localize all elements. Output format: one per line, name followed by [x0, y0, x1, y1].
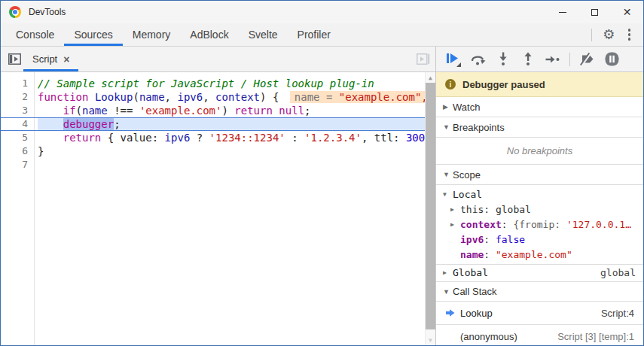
expander-icon[interactable]: ▶	[443, 266, 453, 281]
scope-variable-ipv6[interactable]: ipv6: false	[436, 232, 643, 247]
call-stack-frame[interactable]: (anonymous)Script [3] [temp]:1	[436, 325, 643, 346]
code-token: // Sample script for JavaScript / Host l…	[38, 77, 374, 90]
deactivate-breakpoints-button[interactable]	[579, 51, 595, 68]
line-number[interactable]: 1	[1, 77, 34, 90]
show-navigator-button[interactable]	[5, 53, 23, 65]
step-out-button[interactable]	[520, 51, 536, 68]
file-tab-close-icon[interactable]: ×	[63, 53, 69, 65]
more-options-icon[interactable]	[621, 29, 638, 41]
step-over-icon	[471, 53, 486, 66]
code-token: ;	[304, 105, 310, 117]
scope-variable-this[interactable]: ▶this: global	[436, 202, 643, 217]
line-number[interactable]: 2	[1, 90, 34, 104]
tab-console[interactable]: Console	[6, 23, 64, 46]
maximize-icon	[591, 9, 598, 16]
variable-name: this	[460, 202, 484, 217]
window-title: DevTools	[29, 7, 66, 17]
chrome-logo-icon	[9, 6, 21, 18]
code-token	[38, 105, 63, 117]
scope-title: Local	[453, 187, 482, 202]
breakpoints-expander-icon[interactable]: ▼	[443, 123, 453, 131]
expander-icon[interactable]: ▼	[443, 187, 453, 202]
code-line[interactable]: debugger;	[38, 117, 435, 131]
breakpoints-section-header[interactable]: ▼ Breakpoints	[436, 117, 643, 138]
code-token: function	[38, 91, 88, 103]
window-controls: ✕	[546, 1, 643, 23]
minimize-button[interactable]	[546, 1, 578, 23]
scroll-down-icon[interactable]: ▼	[426, 335, 435, 345]
watch-expander-icon[interactable]: ▶	[443, 103, 453, 111]
pause-on-exceptions-button[interactable]	[604, 51, 620, 68]
code-token: name	[139, 91, 165, 103]
scrollbar-thumb[interactable]	[426, 83, 436, 329]
scroll-up-icon[interactable]: ▲	[426, 72, 435, 83]
code-token: ipv6	[177, 91, 203, 103]
code-token: :	[285, 132, 304, 144]
show-drawer-button-disabled[interactable]	[417, 53, 430, 65]
tab-sources[interactable]: Sources	[64, 23, 122, 46]
tab-memory[interactable]: Memory	[123, 23, 181, 46]
line-number[interactable]: 6	[1, 144, 34, 158]
code-token: 'example.com'	[139, 105, 222, 117]
scope-section-header[interactable]: ▼ Scope	[436, 165, 643, 185]
expander-icon[interactable]: ▶	[450, 217, 460, 232]
expander-icon[interactable]: ▶	[450, 202, 460, 217]
editor-tab-strip: Script ×	[1, 47, 435, 72]
tab-svelte[interactable]: Svelte	[239, 23, 288, 46]
code-line[interactable]	[38, 158, 435, 171]
inline-value-preview: name =	[290, 91, 339, 103]
drawer-panel-icon	[417, 53, 430, 65]
file-tab-script[interactable]: Script ×	[23, 47, 78, 71]
code-line[interactable]: function Lookup(name, ipv6, context) { n…	[38, 90, 435, 104]
code-line[interactable]: }	[38, 144, 435, 158]
maximize-button[interactable]	[578, 1, 611, 23]
call-stack-frame[interactable]: LookupScript:4	[436, 302, 643, 325]
tabbar-separator	[591, 29, 592, 41]
scope-section-local[interactable]: ▼Local	[436, 187, 643, 202]
code-token: debugger	[63, 118, 114, 130]
toolbar-separator	[569, 53, 570, 66]
scope-section-global[interactable]: ▶Globalglobal	[436, 264, 643, 281]
resume-icon	[445, 51, 461, 68]
variable-name: name	[460, 247, 484, 263]
line-number[interactable]: 7	[1, 158, 34, 171]
line-number[interactable]: 3	[1, 104, 34, 117]
line-number-gutter[interactable]: 1234567	[1, 72, 35, 345]
code-token	[38, 132, 63, 144]
debugger-paused-banner: i Debugger paused	[436, 72, 643, 97]
devtools-window: DevTools ✕ ConsoleSourcesMemoryAdBlockSv…	[0, 0, 644, 346]
tab-adblock[interactable]: AdBlock	[180, 23, 238, 46]
titlebar: DevTools ✕	[1, 1, 643, 23]
step-over-button[interactable]	[470, 51, 486, 68]
code-token: return	[63, 132, 102, 144]
scope-expander-icon[interactable]: ▼	[443, 171, 453, 178]
code-line[interactable]: return { value: ipv6 ? '1234::1234' : '1…	[38, 131, 435, 144]
editor-scrollbar[interactable]: ▲ ▼	[425, 72, 435, 345]
line-number[interactable]: 4	[1, 117, 34, 131]
code-line[interactable]: // Sample script for JavaScript / Host l…	[38, 77, 435, 90]
code-token: , ttl:	[362, 132, 406, 144]
scope-variable-context[interactable]: ▶context: {fromip: '127.0.0.1…	[436, 217, 643, 232]
step-into-button[interactable]	[495, 51, 511, 68]
file-tab-label: Script	[32, 53, 57, 65]
code-editor[interactable]: 1234567 // Sample script for JavaScript …	[1, 72, 435, 345]
close-button[interactable]: ✕	[611, 1, 643, 23]
code-token: )	[221, 105, 234, 117]
step-button[interactable]	[545, 51, 560, 68]
call-stack-expander-icon[interactable]: ▼	[443, 288, 453, 296]
code-area[interactable]: // Sample script for JavaScript / Host l…	[35, 72, 435, 345]
pause-on-exceptions-icon	[605, 52, 619, 66]
line-number[interactable]: 5	[1, 131, 34, 144]
scope-variable-name[interactable]: name: "example.com"	[436, 247, 643, 263]
step-out-icon	[522, 52, 534, 66]
settings-gear-icon[interactable]: ⚙	[597, 26, 621, 43]
call-stack-section-header[interactable]: ▼ Call Stack	[436, 281, 643, 302]
code-token: return	[234, 105, 273, 117]
code-token: Lookup	[95, 91, 133, 103]
resume-button[interactable]	[445, 51, 461, 68]
code-line[interactable]: if(name !== 'example.com') return null;	[38, 104, 435, 117]
tab-profiler[interactable]: Profiler	[288, 23, 340, 46]
current-frame-arrow-icon	[445, 308, 455, 317]
watch-section-header[interactable]: ▶ Watch	[436, 97, 643, 117]
variable-value: false	[496, 232, 525, 247]
